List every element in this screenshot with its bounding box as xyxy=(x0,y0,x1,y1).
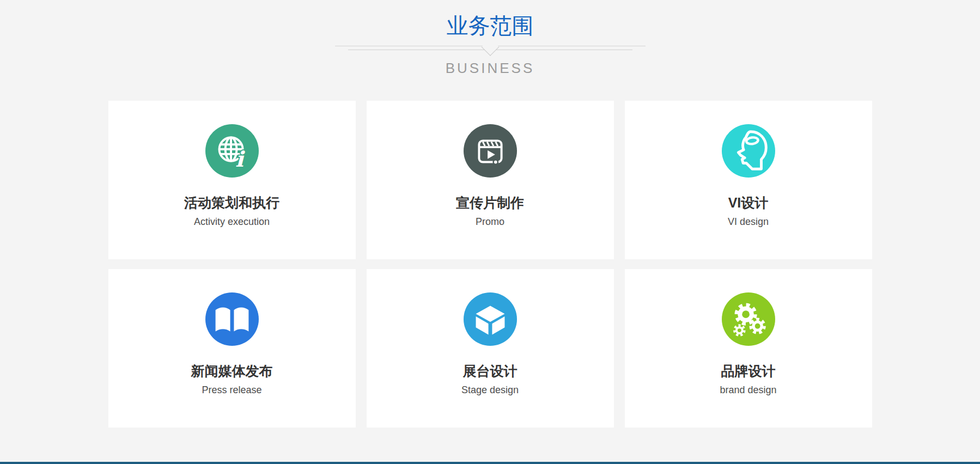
cube-icon xyxy=(464,292,517,346)
head-profile-icon xyxy=(722,124,775,178)
page-title: 业务范围 xyxy=(0,0,980,38)
service-title: 宣传片制作 xyxy=(456,196,524,210)
open-book-icon xyxy=(205,292,259,346)
service-subtitle: Activity execution xyxy=(194,217,270,227)
chevron-down-icon xyxy=(481,38,499,56)
service-title: VI设计 xyxy=(728,196,769,210)
service-card-stage[interactable]: 展台设计 Stage design xyxy=(367,269,614,428)
section-subtitle: BUSINESS xyxy=(0,60,980,77)
service-subtitle: Stage design xyxy=(461,385,519,395)
bottom-border xyxy=(0,462,980,464)
service-card-brand[interactable]: 品牌设计 brand design xyxy=(625,269,872,428)
service-title: 品牌设计 xyxy=(721,364,776,378)
service-card-vi-design[interactable]: VI设计 VI design xyxy=(625,101,872,259)
clapperboard-play-icon xyxy=(464,124,517,178)
service-card-promo[interactable]: 宣传片制作 Promo xyxy=(367,101,614,259)
service-title: 活动策划和执行 xyxy=(184,196,279,210)
gears-icon xyxy=(722,292,775,346)
service-subtitle: brand design xyxy=(720,385,776,395)
service-card-activity[interactable]: i 活动策划和执行 Activity execution xyxy=(108,101,356,259)
service-subtitle: Press release xyxy=(202,385,261,395)
services-grid: i 活动策划和执行 Activity execution 宣传片制作 Promo xyxy=(108,101,872,428)
service-subtitle: Promo xyxy=(476,217,504,227)
service-title: 新闻媒体发布 xyxy=(191,364,273,378)
service-subtitle: VI design xyxy=(728,217,769,227)
service-title: 展台设计 xyxy=(463,364,518,378)
globe-info-icon: i xyxy=(205,124,259,178)
service-card-press[interactable]: 新闻媒体发布 Press release xyxy=(108,269,356,428)
title-divider xyxy=(335,46,646,57)
